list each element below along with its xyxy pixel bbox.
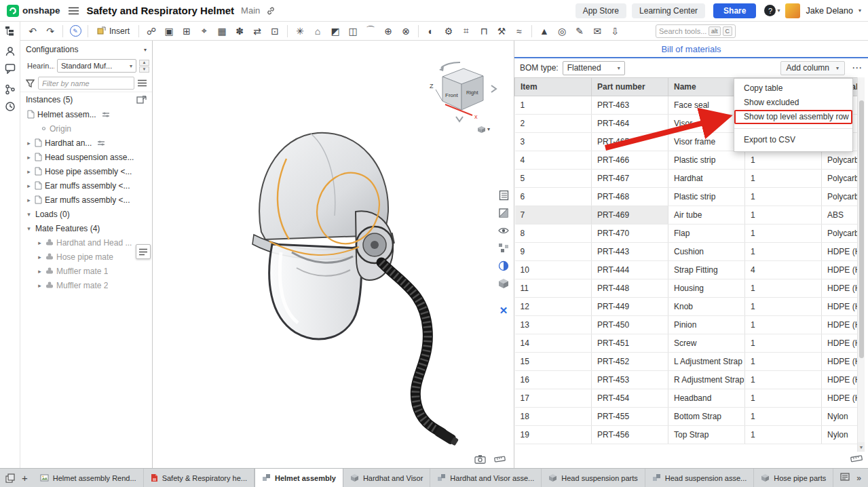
add-column-button[interactable]: Add column ▾	[780, 61, 845, 75]
bom-cell-name[interactable]: Plastic strip	[668, 151, 745, 170]
bom-cell-part-number[interactable]: PRT-465	[592, 133, 668, 151]
loads-section-header[interactable]: ▾ Loads (0)	[20, 207, 152, 221]
search-tools-input[interactable]	[659, 27, 706, 35]
snap-mode-icon[interactable]: ⌖	[196, 24, 212, 39]
instance-row-hardhat[interactable]: ▸ Hardhat an...	[20, 136, 152, 150]
named-positions-icon[interactable]: ⌂	[309, 24, 326, 39]
bom-cell-item[interactable]: 7	[515, 206, 592, 225]
app-store-button[interactable]: App Store	[575, 3, 626, 18]
col-header-part-number[interactable]: Part number	[592, 78, 668, 96]
panel-flyout-handle[interactable]	[136, 244, 151, 259]
bom-cell-item[interactable]: 1	[515, 96, 592, 115]
onshape-logo-text[interactable]: onshape	[22, 5, 60, 16]
bom-cell-item[interactable]: 13	[515, 316, 592, 334]
instance-row-hose-pipe[interactable]: ▸ Hose pipe assembly <...	[20, 164, 152, 178]
mate-row-muffler-1[interactable]: ▸ Muffler mate 1	[20, 264, 152, 278]
bom-cell-quantity[interactable]: 1	[745, 151, 822, 170]
simulation-icon[interactable]: ≈	[511, 24, 527, 39]
appearance-panel-icon[interactable]	[497, 259, 510, 273]
bom-cell-material[interactable]: Polycarbonate	[822, 151, 858, 170]
bom-cell-part-number[interactable]: PRT-468	[592, 188, 668, 206]
bom-cell-material[interactable]: HDPE (High Density Polyethylene)	[822, 279, 858, 298]
collapse-caret-icon[interactable]: ▾	[26, 225, 32, 232]
bom-cell-item[interactable]: 12	[515, 298, 592, 316]
assembly-tree-icon[interactable]	[3, 23, 18, 38]
bom-cell-material[interactable]: HDPE (High Density Polyethylene)	[822, 389, 858, 408]
help-icon[interactable]: ?	[764, 5, 776, 16]
bom-cell-item[interactable]: 15	[515, 353, 592, 371]
bom-table-row[interactable]: 8 PRT-470 Flap 1 Polycarbonate	[515, 225, 858, 243]
deselect-x-icon[interactable]: ✕	[497, 304, 510, 317]
bom-cell-part-number[interactable]: PRT-451	[592, 334, 668, 353]
bom-table-row[interactable]: 18 PRT-455 Bottom Strap 1 Nylon	[515, 408, 858, 426]
bom-cell-quantity[interactable]: 4	[745, 261, 822, 279]
mate-icon[interactable]: ☍	[143, 24, 159, 39]
view-cube-right-label[interactable]: Right	[466, 90, 478, 96]
bom-cell-quantity[interactable]: 1	[745, 225, 822, 243]
bom-cell-part-number[interactable]: PRT-469	[592, 206, 668, 225]
3d-viewport[interactable]: Front Right Z x ▾ ✕	[153, 41, 514, 468]
main-menu-icon[interactable]	[69, 7, 79, 15]
bom-cell-name[interactable]: Housing	[668, 279, 745, 298]
expand-caret-icon[interactable]: ▸	[37, 282, 43, 289]
interference-icon[interactable]: ⊗	[398, 24, 414, 39]
measure-icon[interactable]: ⌒	[362, 24, 379, 39]
bom-cell-name[interactable]: Screw	[668, 334, 745, 353]
bom-table-row[interactable]: 15 PRT-452 L Adjustment Strap 1 HDPE (Hi…	[515, 353, 858, 371]
bom-type-select[interactable]: Flattened ▾	[563, 61, 625, 75]
bom-cell-name[interactable]: Air tube	[668, 206, 745, 225]
mate-row-muffler-2[interactable]: ▸ Muffler mate 2	[20, 278, 152, 292]
bom-cell-name[interactable]: R Adjustment Strap	[668, 371, 745, 389]
bom-table-row[interactable]: 11 PRT-448 Housing 1 HDPE (High Density …	[515, 279, 858, 298]
bom-cell-item[interactable]: 16	[515, 371, 592, 389]
bom-table-row[interactable]: 5 PRT-467 Hardhat 1 Polycarbonate	[515, 170, 858, 188]
bom-table-row[interactable]: 4 PRT-466 Plastic strip 1 Polycarbonate	[515, 151, 858, 170]
mate-features-section-header[interactable]: ▾ Mate Features (4)	[20, 221, 152, 235]
redo-icon[interactable]: ↷	[42, 24, 58, 39]
bom-cell-name[interactable]: Flap	[668, 225, 745, 243]
bom-table-row[interactable]: 19 PRT-456 Top Strap 1 Nylon	[515, 426, 858, 444]
help-menu-button[interactable]: ? ▾	[764, 5, 780, 16]
bom-cell-name[interactable]: Headband	[668, 389, 745, 408]
comments-icon[interactable]	[3, 61, 18, 76]
bom-table-row[interactable]: 9 PRT-443 Cushion 1 HDPE (High Density P…	[515, 243, 858, 261]
bom-cell-item[interactable]: 4	[515, 151, 592, 170]
bom-cell-item[interactable]: 2	[515, 115, 592, 133]
bom-cell-part-number[interactable]: PRT-466	[592, 151, 668, 170]
expand-caret-icon[interactable]: ▸	[26, 154, 32, 161]
expand-caret-icon[interactable]: ▸	[37, 239, 43, 246]
bom-cell-item[interactable]: 10	[515, 261, 592, 279]
follow-mode-icon[interactable]	[3, 44, 18, 59]
bom-table-row[interactable]: 17 PRT-454 Headband 1 HDPE (High Density…	[515, 389, 858, 408]
bom-cell-material[interactable]: ABS	[822, 206, 858, 225]
export-icon[interactable]: ⇩	[607, 24, 623, 39]
sketch-icon[interactable]: ✎	[67, 24, 83, 39]
bom-cell-material[interactable]: Nylon	[822, 408, 858, 426]
expand-caret-icon[interactable]: ▸	[26, 168, 32, 175]
bom-cell-quantity[interactable]: 1	[745, 426, 822, 444]
bom-cell-part-number[interactable]: PRT-455	[592, 408, 668, 426]
instance-row-helmet-assembly[interactable]: Helmet assem...	[20, 107, 152, 121]
menu-item-show-top-level-assembly-row[interactable]: Show top level assembly row	[734, 110, 852, 124]
bom-table-row[interactable]: 10 PRT-444 Strap Fitting 4 HDPE (High De…	[515, 261, 858, 279]
section-view-icon[interactable]: ◫	[345, 24, 361, 39]
tab-list-icon[interactable]	[840, 473, 850, 483]
bom-cell-name[interactable]: Strap Fitting	[668, 261, 745, 279]
bom-cell-quantity[interactable]: 1	[745, 279, 822, 298]
user-menu-caret-icon[interactable]: ▾	[858, 7, 861, 14]
bom-table-row[interactable]: 16 PRT-453 R Adjustment Strap 1 HDPE (Hi…	[515, 371, 858, 389]
bom-cell-quantity[interactable]: 1	[745, 170, 822, 188]
pattern-linear-icon[interactable]: ▦	[214, 24, 230, 39]
bom-cell-name[interactable]: Cushion	[668, 243, 745, 261]
list-view-icon[interactable]	[138, 79, 147, 87]
bom-more-options-icon[interactable]: ⋯	[852, 64, 863, 71]
mirror-icon[interactable]: ⇄	[249, 24, 265, 39]
sheet-metal-icon[interactable]: ⌗	[458, 24, 474, 39]
history-icon[interactable]	[3, 99, 18, 114]
tab-head-suspension-parts[interactable]: Head suspension parts	[542, 469, 645, 487]
insert-button[interactable]: Insert	[92, 24, 134, 39]
scrollbar-down-arrow-icon[interactable]: ▼	[858, 442, 865, 452]
bom-cell-item[interactable]: 18	[515, 408, 592, 426]
menu-item-export-to-csv[interactable]: Export to CSV	[734, 133, 852, 147]
scale-ruler-icon[interactable]	[494, 454, 506, 464]
